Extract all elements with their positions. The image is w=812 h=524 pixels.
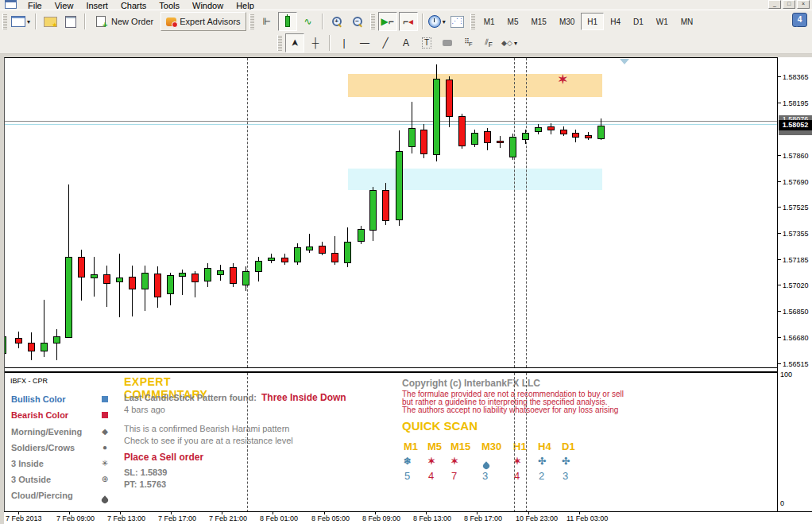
toolbar-grip[interactable] (2, 14, 7, 29)
bar-chart-button[interactable]: ⊩ (257, 12, 276, 31)
time-label: 7 Feb 13:00 (107, 514, 145, 522)
candlestick (255, 257, 262, 281)
candle-body (408, 128, 416, 147)
timeframe-w1[interactable]: W1 (650, 13, 675, 30)
candle-wick (56, 329, 57, 360)
candlestick (433, 64, 440, 161)
line-chart-button[interactable]: ∿ (299, 12, 318, 31)
menu-tools[interactable]: Tools (153, 1, 186, 10)
community-notification-icon[interactable]: 4 (792, 13, 807, 27)
menu-view[interactable]: View (48, 1, 80, 10)
candle-body (281, 258, 288, 262)
price-axis[interactable]: 1.58076 1.58052 100 0 1.583651.581951.57… (777, 57, 812, 524)
legend-item-soldiers-crows: Soldiers/Crows (11, 443, 75, 452)
minimize-button[interactable]: _ (768, 0, 781, 9)
toolbar-grip[interactable] (249, 14, 254, 29)
sub-scale-min: 0 (780, 499, 784, 507)
zoom-in-icon: + (332, 17, 342, 26)
candle-body (597, 126, 605, 139)
toolbar-grip[interactable] (470, 14, 475, 29)
vertical-line-button[interactable]: | (334, 33, 354, 52)
zoom-out-button[interactable]: − (348, 12, 367, 31)
candlestick (294, 243, 301, 265)
time-axis[interactable]: 7 Feb 20137 Feb 09:007 Feb 13:007 Feb 17… (4, 511, 812, 524)
candle-body (420, 130, 427, 154)
toolbar-separator (329, 35, 331, 51)
menu-charts[interactable]: Charts (114, 1, 153, 10)
window-separator[interactable] (5, 367, 778, 373)
channel-button[interactable]: ⫽F (479, 33, 498, 52)
candlestick (5, 336, 6, 353)
menu-window[interactable]: Window (186, 1, 230, 10)
fibonacci-button[interactable]: ⠿F (458, 33, 478, 52)
period-button[interactable]: ▾ (427, 12, 447, 31)
timeframe-h1[interactable]: H1 (581, 13, 604, 30)
candlestick (179, 270, 186, 295)
price-tick: 1.57860 (783, 152, 809, 160)
text-button[interactable]: A (396, 33, 416, 52)
candlestick (458, 114, 466, 149)
cursor-button[interactable]: ➤ (285, 33, 304, 52)
candle-body (382, 190, 389, 221)
toolbar-grip[interactable] (277, 35, 282, 51)
timeframe-m5[interactable]: M5 (501, 13, 525, 30)
candlestick (103, 266, 110, 307)
menu-help[interactable]: Help (230, 1, 261, 10)
candle-body (5, 336, 6, 354)
timeframe-mn[interactable]: MN (675, 13, 700, 30)
indicators-button[interactable]: ⋰⋮ (448, 12, 467, 31)
main-chart-pane[interactable]: ✶ (5, 58, 778, 367)
text-label-button[interactable]: T (417, 33, 436, 52)
chart-window-icon[interactable] (5, 0, 17, 9)
candlestick (585, 132, 592, 140)
action-line: Place a Sell order (124, 452, 203, 463)
data-window-button[interactable] (61, 12, 80, 31)
quickscan-value-m5: 4 (428, 470, 434, 482)
menu-insert[interactable]: Insert (79, 1, 114, 10)
chart-window[interactable]: ✶ IBFX - CPR Bullish ColorBearish ColorM… (4, 57, 778, 512)
indicator-subwindow[interactable]: IBFX - CPR Bullish ColorBearish ColorMor… (5, 373, 778, 512)
rectangle-icon (443, 40, 452, 46)
disclaimer-line: The authors accept no liability whatsoev… (402, 406, 618, 414)
quickscan-tf-m1: M1 (404, 441, 418, 452)
zoom-in-button[interactable]: + (327, 12, 346, 31)
profiles-icon (44, 17, 57, 27)
candle-body (369, 190, 377, 231)
new-chart-button[interactable]: ▾ (10, 12, 31, 31)
legend-square-icon (102, 396, 108, 402)
crosshair-button[interactable]: ┼ (306, 33, 325, 52)
shapes-button[interactable] (438, 33, 457, 52)
profiles-button[interactable] (41, 12, 60, 31)
menu-file[interactable]: File (21, 1, 48, 10)
candlestick (242, 266, 249, 291)
indicator-name-label: IBFX - CPR (10, 377, 48, 385)
close-button[interactable]: × (797, 0, 810, 9)
candlestick (15, 332, 22, 348)
candlestick (344, 227, 351, 267)
candle-body (396, 151, 403, 220)
candlestick (230, 263, 237, 287)
expert-advisors-button[interactable]: Expert Advisors (160, 12, 246, 31)
legend-item-bullish-color: Bullish Color (11, 394, 65, 404)
chart-shift-button[interactable]: ⌐◂ (399, 12, 418, 31)
new-order-button[interactable]: + New Order (90, 12, 159, 31)
candlestick (408, 102, 416, 153)
timeframe-d1[interactable]: D1 (627, 13, 650, 30)
auto-scroll-icon: ▶⌐ (381, 17, 394, 26)
timeframe-m1[interactable]: M1 (478, 13, 501, 30)
timeframe-m15[interactable]: M15 (524, 13, 552, 30)
candlestick (560, 126, 567, 136)
toolbar-grip[interactable] (370, 14, 375, 29)
horizontal-line-button[interactable]: — (355, 33, 374, 52)
auto-scroll-button[interactable]: ▶⌐ (378, 12, 397, 31)
candlestick-chart-button[interactable] (278, 12, 297, 31)
restore-button[interactable]: □ (783, 0, 795, 9)
candle-body (103, 274, 110, 284)
candle-body (458, 116, 466, 146)
timeframe-m30[interactable]: M30 (553, 13, 581, 30)
trendline-button[interactable]: ╱ (376, 33, 395, 52)
pattern-found-line: Last CandleStick Pattern found: Three In… (124, 392, 346, 403)
arrows-button[interactable]: ◆◇▾ (500, 33, 519, 52)
line-chart-icon: ∿ (304, 17, 312, 26)
timeframe-h4[interactable]: H4 (604, 13, 627, 30)
